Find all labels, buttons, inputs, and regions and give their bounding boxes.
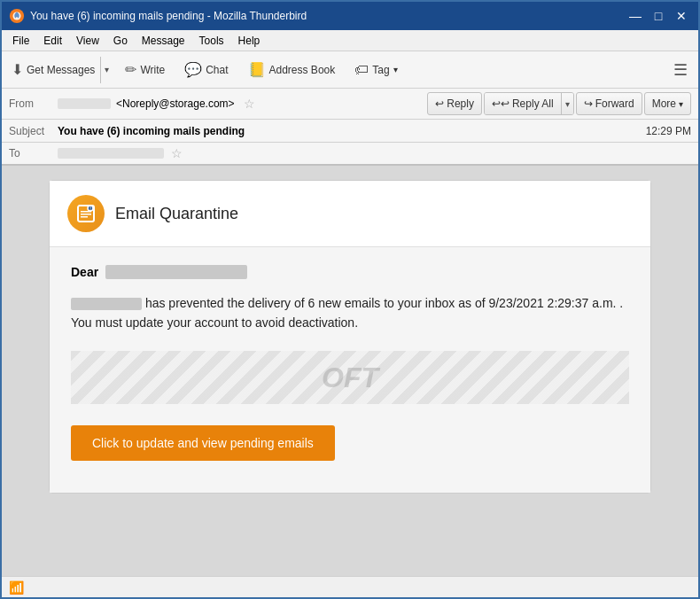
to-row: To ☆ (2, 143, 698, 166)
tag-label: Tag (372, 64, 389, 76)
menu-go[interactable]: Go (106, 33, 135, 49)
card-title: Email Quarantine (115, 205, 238, 223)
close-button[interactable]: ✕ (672, 6, 691, 26)
get-messages-dropdown[interactable]: ▾ (100, 57, 113, 83)
hamburger-icon[interactable]: ☰ (666, 57, 695, 83)
titlebar: You have (6) incoming mails pending - Mo… (2, 2, 698, 30)
get-messages-icon: ⬇ (12, 61, 23, 78)
forward-button[interactable]: ↪ Forward (576, 92, 642, 115)
reply-all-label: Reply All (512, 97, 554, 110)
to-label: To (9, 147, 58, 159)
email-card-body: Dear has prevented the delivery of 6 new… (50, 247, 650, 493)
star-icon[interactable]: ☆ (244, 97, 255, 111)
menu-edit[interactable]: Edit (36, 33, 69, 49)
watermark-stripe: OFT (71, 351, 629, 404)
chat-icon: 💬 (184, 61, 202, 78)
chat-label: Chat (206, 64, 228, 76)
minimize-button[interactable]: — (626, 6, 645, 26)
forward-label: Forward (595, 97, 634, 110)
svg-rect-5 (81, 216, 88, 218)
chat-button[interactable]: 💬 Chat (176, 56, 236, 84)
from-name-redacted (58, 98, 111, 109)
address-book-button[interactable]: 📒 Address Book (240, 56, 344, 84)
email-actions: ↩ Reply ↩↩ Reply All ▾ ↪ Forward More ▾ (427, 92, 691, 115)
write-label: Write (140, 64, 165, 76)
address-book-icon: 📒 (248, 61, 266, 78)
tag-icon: 🏷 (354, 62, 369, 78)
maximize-button[interactable]: □ (649, 6, 668, 26)
get-messages-label: Get Messages (27, 64, 95, 76)
menu-message[interactable]: Message (135, 33, 192, 49)
dear-prefix: Dear (71, 265, 98, 279)
subject-row: Subject You have (6) incoming mails pend… (2, 120, 698, 143)
more-label: More (652, 97, 676, 110)
body-text: has prevented the delivery of 6 new emai… (71, 293, 629, 333)
menubar: File Edit View Go Message Tools Help (2, 30, 698, 51)
more-dropdown-icon: ▾ (679, 99, 683, 109)
address-book-label: Address Book (269, 64, 336, 76)
write-icon: ✏ (125, 61, 136, 78)
header-actions-bar: From <Noreply@storage.com> ☆ ↩ Reply ↩↩ … (2, 89, 698, 120)
email-content-area[interactable]: OFT ! Email Quarantine (2, 166, 698, 576)
window-controls: — □ ✕ (626, 6, 691, 26)
reply-button[interactable]: ↩ Reply (427, 92, 482, 115)
tag-dropdown-icon: ▾ (393, 65, 398, 74)
reply-all-button[interactable]: ↩↩ Reply All (485, 93, 562, 114)
subject-value: You have (6) incoming mails pending (58, 125, 646, 137)
stripe-watermark-text: OFT (322, 361, 378, 393)
reply-all-group: ↩↩ Reply All ▾ (484, 92, 574, 115)
wifi-icon: 📶 (9, 580, 24, 595)
sender-name-redacted (71, 298, 142, 310)
window-title: You have (6) incoming mails pending - Mo… (30, 10, 626, 22)
from-label: From (9, 97, 58, 110)
tag-button[interactable]: 🏷 Tag ▾ (346, 56, 405, 84)
from-value: <Noreply@storage.com> ☆ (58, 97, 427, 111)
menu-tools[interactable]: Tools (192, 33, 231, 49)
reply-all-icon: ↩↩ (492, 97, 509, 110)
statusbar: 📶 (2, 576, 698, 597)
app-icon (9, 8, 25, 24)
menu-help[interactable]: Help (231, 33, 268, 49)
reply-arrow-icon: ↩ (435, 97, 444, 110)
cta-button[interactable]: Click to update and view pending emails (71, 425, 335, 461)
dear-line: Dear (71, 265, 629, 279)
reply-all-dropdown[interactable]: ▾ (562, 93, 573, 114)
forward-icon: ↪ (584, 97, 593, 110)
reply-label: Reply (447, 97, 474, 110)
cta-container: Click to update and view pending emails (71, 422, 629, 475)
write-button[interactable]: ✏ Write (117, 56, 173, 84)
more-button[interactable]: More ▾ (644, 92, 691, 115)
email-card-header: ! Email Quarantine (50, 181, 650, 247)
menu-file[interactable]: File (5, 33, 36, 49)
get-messages-group[interactable]: ⬇ Get Messages ▾ (5, 56, 113, 84)
toolbar: ⬇ Get Messages ▾ ✏ Write 💬 Chat 📒 Addres… (2, 51, 698, 89)
svg-rect-4 (81, 214, 91, 215)
to-value-redacted (58, 148, 164, 159)
email-time: 12:29 PM (646, 125, 691, 137)
main-window: You have (6) incoming mails pending - Mo… (0, 0, 700, 599)
subject-label: Subject (9, 125, 58, 137)
body-main-text: has prevented the delivery of 6 new emai… (71, 296, 623, 330)
email-card: ! Email Quarantine Dear has prevented th… (49, 180, 651, 494)
menu-view[interactable]: View (69, 33, 106, 49)
quarantine-icon: ! (67, 195, 105, 232)
to-star-icon[interactable]: ☆ (171, 146, 183, 160)
recipient-name-redacted (105, 265, 247, 279)
get-messages-button[interactable]: ⬇ Get Messages (6, 58, 100, 82)
from-email: <Noreply@storage.com> (116, 97, 235, 110)
